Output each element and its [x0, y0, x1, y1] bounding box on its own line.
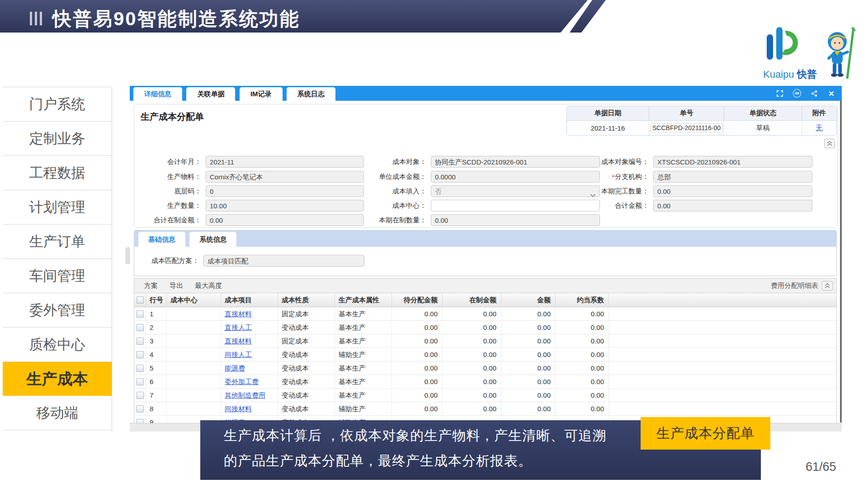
tab-im-record[interactable]: IM记录 [240, 87, 283, 101]
col-cost-nature: 成本性质 [278, 293, 335, 307]
cost-object-no-input[interactable]: XTSCSCDD-20210926-001 [653, 156, 812, 168]
doc-date-label: 单据日期 [567, 106, 649, 121]
cost-item-link[interactable]: 直接材料 [225, 337, 252, 345]
cost-object-input[interactable]: 协同生产SCDD-20210926-001 [431, 156, 600, 168]
col-amount: 金额 [501, 293, 556, 307]
tab-detail-info[interactable]: 详细信息 [133, 87, 182, 101]
sidebar-item-production-order[interactable]: 生产订单 [3, 225, 112, 259]
sidebar-item-engineering-data[interactable]: 工程数据 [3, 156, 112, 190]
table-header-row: 行号 成本中心 成本项目 成本性质 生产成本属性 待分配金额 在制金额 金额 约… [134, 293, 836, 307]
caption-line-2: 的产品生产成本分配单，最终产生成本分析报表。 [224, 452, 532, 470]
brand-logo: Kuaipu 快普 [763, 26, 864, 86]
period-wip-qty-input[interactable]: 0.00 [431, 214, 600, 226]
row-checkbox[interactable] [137, 392, 144, 399]
document-title: 生产成本分配单 [141, 111, 204, 123]
cost-match-scheme-input[interactable]: 成本项目匹配 [203, 255, 364, 267]
production-qty-input[interactable]: 10.00 [206, 200, 364, 211]
low-level-code-input[interactable]: 0 [206, 185, 364, 197]
field-unit-cost-amount: 单位成本金额： 0.0000 [355, 171, 600, 183]
sidebar-item-custom-business[interactable]: 定制业务 [3, 122, 112, 156]
field-cost-center: 成本中心： [355, 200, 600, 211]
cost-item-link[interactable]: 委外加工费 [225, 378, 259, 385]
accounting-period-input[interactable]: 2021-11 [206, 156, 364, 168]
row-checkbox[interactable] [137, 351, 144, 358]
tab-system-log[interactable]: 系统日志 [287, 87, 335, 101]
production-material-input[interactable]: Comix齐心笔记本 [206, 171, 364, 183]
field-total-wip-amount: 合计在制金额： 0.00 [134, 214, 364, 226]
total-amount-input[interactable]: 0.00 [653, 200, 812, 211]
cost-fill-select[interactable]: 否 [431, 185, 600, 197]
doc-attach-label: 附件 [802, 106, 836, 121]
row-checkbox[interactable] [137, 338, 144, 345]
field-low-level-code: 底层码： 0 [134, 185, 364, 197]
doc-date-value: 2021-11-16 [567, 121, 649, 135]
callout-label: 生产成本分配单 [641, 417, 770, 450]
panel-collapse-handle[interactable] [126, 248, 130, 264]
toolbar-export-button[interactable]: 导出 [170, 278, 183, 293]
col-line-no: 行号 [146, 293, 167, 307]
share-icon[interactable] [810, 89, 818, 98]
row-checkbox[interactable] [137, 378, 144, 385]
cost-item-link[interactable]: 能源费 [225, 364, 245, 372]
window-scrollbar[interactable] [840, 101, 842, 422]
col-cost-item: 成本项目 [221, 293, 278, 307]
row-checkbox[interactable] [137, 324, 144, 331]
sidebar-item-mobile[interactable]: 移动端 [3, 396, 112, 430]
doc-no-value: SCCBFPD-20211116-00 [649, 121, 724, 135]
period-finished-qty-input[interactable]: 0.00 [653, 185, 812, 197]
row-checkbox[interactable] [137, 365, 144, 372]
sidebar-item-plan-management[interactable]: 计划管理 [3, 190, 112, 225]
close-icon[interactable]: × [827, 89, 835, 98]
fullscreen-icon[interactable] [776, 89, 784, 98]
col-coefficient: 约当系数 [556, 293, 609, 307]
doc-header-table: 单据日期 单号 单据状态 附件 2021-11-16 SCCBFPD-20211… [566, 106, 837, 136]
col-pending-amount: 待分配金额 [392, 293, 443, 307]
table-row: 6 委外加工费 变动成本 基本生产 0.00 0.00 0.00 0.00 [134, 375, 836, 389]
sidebar-item-workshop[interactable]: 车间管理 [3, 259, 112, 293]
toolbar-max-height-button[interactable]: 最大高度 [195, 278, 222, 293]
collapse-grid-button[interactable] [822, 281, 833, 291]
brand-name: Kuaipu 快普 [763, 68, 817, 81]
field-cost-object: 成本对象： 协同生产SCDD-20210926-001 [355, 156, 600, 168]
window-content: 生产成本分配单 单据日期 单号 单据状态 附件 2021-11-16 SCCBF… [130, 101, 842, 432]
required-mark: * [612, 173, 614, 181]
branch-input[interactable]: 总部 [653, 171, 812, 183]
subtab-system-info[interactable]: 系统信息 [189, 232, 236, 247]
row-checkbox[interactable] [137, 310, 144, 318]
unit-cost-amount-input[interactable]: 0.0000 [431, 171, 600, 183]
app-window: 详细信息 关联单据 IM记录 系统日志 IM × 生产成本分配单 单据日期 单 [130, 86, 842, 432]
brand-en: Kuaipu [763, 69, 794, 80]
total-wip-amount-input[interactable]: 0.00 [206, 214, 364, 226]
attachment-link[interactable]: 无 [816, 124, 823, 132]
table-row: 3 直接材料 固定成本 基本生产 0.00 0.00 0.00 0.00 [134, 334, 836, 348]
table-row: 8 间接材料 变动成本 辅助生产 0.00 0.00 0.00 0.00 [134, 402, 836, 416]
sidebar-item-production-cost[interactable]: 生产成本 [3, 362, 112, 396]
table-row: 4 间接人工 变动成本 辅助生产 0.00 0.00 0.00 0.00 [134, 348, 836, 361]
cost-center-input[interactable] [431, 200, 600, 211]
select-all-checkbox[interactable] [137, 296, 144, 304]
cost-item-link[interactable]: 其他制造费用 [225, 391, 265, 399]
tab-related-docs[interactable]: 关联单据 [186, 87, 235, 101]
sidebar-item-quality-center[interactable]: 质检中心 [3, 328, 112, 362]
field-accounting-period: 会计年月： 2021-11 [134, 156, 364, 168]
row-checkbox[interactable] [137, 405, 144, 413]
cost-item-link[interactable]: 间接材料 [225, 405, 252, 413]
table-row: 5 能源费 变动成本 基本生产 0.00 0.00 0.00 0.00 [134, 361, 836, 375]
brand-cn: 快普 [797, 69, 817, 80]
grid-toolbar: 方案 导出 最大高度 费用分配明细表 [134, 278, 836, 293]
toolbar-scheme-button[interactable]: 方案 [144, 278, 158, 293]
col-wip-amount: 在制金额 [443, 293, 501, 307]
window-tabbar: 详细信息 关联单据 IM记录 系统日志 IM × [130, 86, 842, 101]
field-cost-match-scheme: 成本匹配方案： 成本项目匹配 [135, 255, 364, 267]
collapse-header-button[interactable] [824, 139, 835, 148]
field-period-finished-qty: 本期完工数量： 0.00 [579, 185, 812, 197]
cost-item-link[interactable]: 直接人工 [225, 324, 252, 331]
sidebar-item-portal[interactable]: 门户系统 [3, 87, 112, 122]
im-icon[interactable]: IM [793, 89, 801, 98]
caption-line-1: 生产成本计算后 ，依成本对象的生产物料，产生清晰、可追溯 [224, 427, 606, 445]
cost-item-link[interactable]: 间接人工 [225, 351, 252, 358]
subtab-basic-info[interactable]: 基础信息 [138, 232, 185, 247]
sidebar-item-outsourcing[interactable]: 委外管理 [3, 293, 112, 328]
field-cost-fill: 成本填入： 否 [355, 185, 600, 197]
cost-item-link[interactable]: 直接材料 [225, 310, 252, 318]
